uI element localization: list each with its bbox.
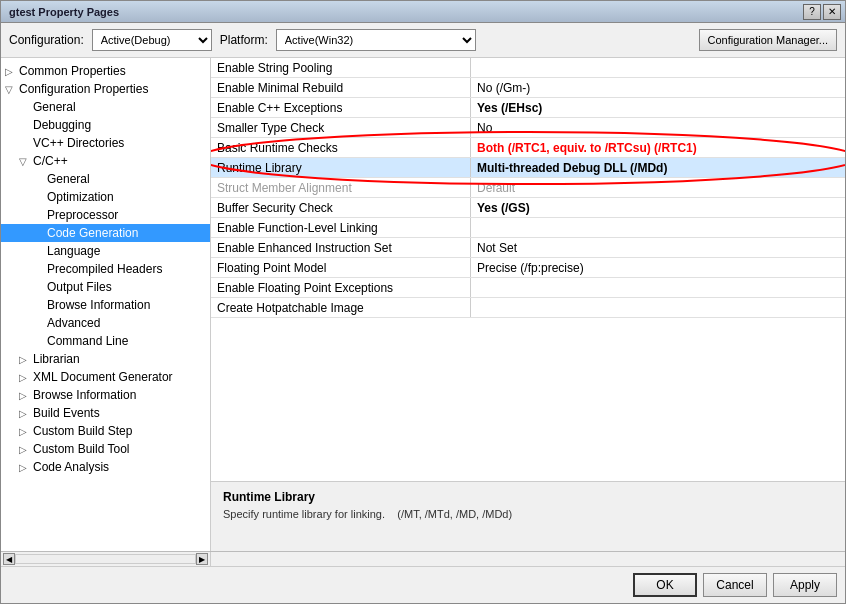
sidebar-item-label: Advanced [47,316,100,330]
help-button[interactable]: ? [803,4,821,20]
sidebar-item-config-props[interactable]: ▽Configuration Properties [1,80,210,98]
sidebar-item-code-analysis[interactable]: ▷Code Analysis [1,458,210,476]
prop-row-0[interactable]: Enable String Pooling [211,58,845,78]
tree-expand-icon[interactable]: ▷ [5,66,19,77]
sidebar-item-general[interactable]: General [1,98,210,116]
sidebar-item-label: Custom Build Step [33,424,132,438]
ok-button[interactable]: OK [633,573,697,597]
tree-expand-icon[interactable]: ▽ [19,156,33,167]
sidebar-item-custom-build-step[interactable]: ▷Custom Build Step [1,422,210,440]
prop-row-9[interactable]: Enable Enhanced Instruction SetNot Set [211,238,845,258]
title-bar-buttons: ? ✕ [803,4,841,20]
sidebar-item-build-events[interactable]: ▷Build Events [1,404,210,422]
apply-button[interactable]: Apply [773,573,837,597]
config-manager-button[interactable]: Configuration Manager... [699,29,837,51]
sidebar-item-cpp[interactable]: ▽C/C++ [1,152,210,170]
left-hscroll: ◀ ▶ [1,552,211,566]
sidebar-item-advanced[interactable]: Advanced [1,314,210,332]
prop-row-12[interactable]: Create Hotpatchable Image [211,298,845,318]
config-bar: Configuration: Active(Debug) Platform: A… [1,23,845,58]
sidebar-item-language[interactable]: Language [1,242,210,260]
sidebar-item-label: Optimization [47,190,114,204]
main-content: ▷Common Properties▽Configuration Propert… [1,58,845,551]
sidebar-item-precompiled-hdrs[interactable]: Precompiled Headers [1,260,210,278]
prop-name-7: Buffer Security Check [211,198,471,217]
tree-expand-icon[interactable]: ▷ [19,354,33,365]
sidebar-item-label: C/C++ [33,154,68,168]
scroll-track[interactable] [15,554,196,564]
sidebar-item-common-props[interactable]: ▷Common Properties [1,62,210,80]
tree-container: ▷Common Properties▽Configuration Propert… [1,62,210,476]
prop-row-11[interactable]: Enable Floating Point Exceptions [211,278,845,298]
prop-row-7[interactable]: Buffer Security CheckYes (/GS) [211,198,845,218]
prop-row-4[interactable]: Basic Runtime ChecksBoth (/RTC1, equiv. … [211,138,845,158]
prop-value-1: No (/Gm-) [471,78,845,97]
prop-row-10[interactable]: Floating Point ModelPrecise (/fp:precise… [211,258,845,278]
prop-row-1[interactable]: Enable Minimal RebuildNo (/Gm-) [211,78,845,98]
prop-name-9: Enable Enhanced Instruction Set [211,238,471,257]
prop-value-8 [471,218,845,237]
scroll-right-btn[interactable]: ▶ [196,553,208,565]
sidebar-item-command-line[interactable]: Command Line [1,332,210,350]
info-panel: Runtime Library Specify runtime library … [211,481,845,551]
sidebar-item-browse-info2[interactable]: ▷Browse Information [1,386,210,404]
props-table: Enable String PoolingEnable Minimal Rebu… [211,58,845,318]
sidebar-item-custom-build-tool[interactable]: ▷Custom Build Tool [1,440,210,458]
sidebar-item-label: Code Generation [47,226,138,240]
sidebar-item-cpp-general[interactable]: General [1,170,210,188]
prop-name-2: Enable C++ Exceptions [211,98,471,117]
info-options: (/MT, /MTd, /MD, /MDd) [397,508,512,520]
sidebar-item-label: Configuration Properties [19,82,148,96]
sidebar-item-optimization[interactable]: Optimization [1,188,210,206]
info-desc: Specify runtime library for linking. (/M… [223,508,833,520]
prop-value-3: No [471,118,845,137]
prop-row-6[interactable]: Struct Member AlignmentDefault [211,178,845,198]
tree-expand-icon[interactable]: ▷ [19,444,33,455]
info-description: Specify runtime library for linking. [223,508,385,520]
sidebar-item-label: Browse Information [33,388,136,402]
sidebar-item-label: General [33,100,76,114]
cancel-button[interactable]: Cancel [703,573,767,597]
prop-row-2[interactable]: Enable C++ ExceptionsYes (/EHsc) [211,98,845,118]
sidebar-item-debugging[interactable]: Debugging [1,116,210,134]
sidebar-item-browse-info[interactable]: Browse Information [1,296,210,314]
tree-expand-icon[interactable]: ▽ [5,84,19,95]
main-window: gtest Property Pages ? ✕ Configuration: … [0,0,846,604]
sidebar-item-code-gen[interactable]: Code Generation [1,224,210,242]
sidebar-item-label: XML Document Generator [33,370,173,384]
config-select[interactable]: Active(Debug) [92,29,212,51]
tree-expand-icon[interactable]: ▷ [19,426,33,437]
prop-name-5: Runtime Library [211,158,471,177]
platform-label: Platform: [220,33,268,47]
tree-expand-icon[interactable]: ▷ [19,390,33,401]
sidebar-item-label: General [47,172,90,186]
prop-value-6: Default [471,178,845,197]
prop-row-8[interactable]: Enable Function-Level Linking [211,218,845,238]
sidebar-item-label: Debugging [33,118,91,132]
scroll-left-btn[interactable]: ◀ [3,553,15,565]
prop-value-0 [471,58,845,77]
sidebar-item-preprocessor[interactable]: Preprocessor [1,206,210,224]
prop-value-10: Precise (/fp:precise) [471,258,845,277]
prop-name-12: Create Hotpatchable Image [211,298,471,317]
platform-select[interactable]: Active(Win32) [276,29,476,51]
window-title: gtest Property Pages [5,6,119,18]
tree-expand-icon[interactable]: ▷ [19,408,33,419]
title-bar: gtest Property Pages ? ✕ [1,1,845,23]
bottom-area: ◀ ▶ [1,551,845,566]
prop-name-10: Floating Point Model [211,258,471,277]
sidebar-item-label: Command Line [47,334,128,348]
tree-expand-icon[interactable]: ▷ [19,372,33,383]
info-title: Runtime Library [223,490,833,504]
prop-value-9: Not Set [471,238,845,257]
sidebar-item-output-files[interactable]: Output Files [1,278,210,296]
tree-expand-icon[interactable]: ▷ [19,462,33,473]
close-button[interactable]: ✕ [823,4,841,20]
bottom-bar: OK Cancel Apply [1,566,845,603]
sidebar-item-xml-doc-gen[interactable]: ▷XML Document Generator [1,368,210,386]
prop-row-5[interactable]: Runtime LibraryMulti-threaded Debug DLL … [211,158,845,178]
sidebar-item-vc-dirs[interactable]: VC++ Directories [1,134,210,152]
prop-row-3[interactable]: Smaller Type CheckNo [211,118,845,138]
sidebar-item-label: VC++ Directories [33,136,124,150]
sidebar-item-librarian[interactable]: ▷Librarian [1,350,210,368]
